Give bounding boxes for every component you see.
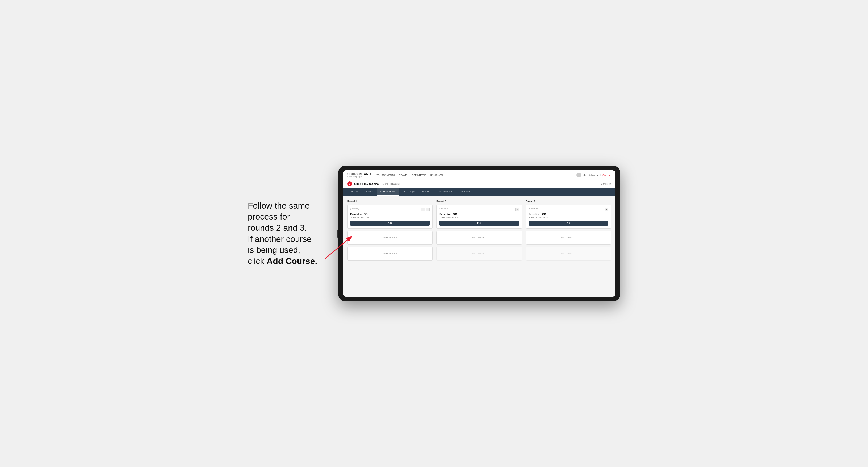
instruction-line4: If another course [248,234,312,244]
round-3-course-delete-icon[interactable]: ✕ [604,208,608,211]
round-3-add-course-2: Add Course + [526,247,611,260]
round-3-add-course-1[interactable]: Add Course + [526,231,611,245]
round-1-add-course-label-1: Add Course [383,236,395,239]
tab-teams[interactable]: Teams [362,188,377,195]
brand: SCOREBOARD Powered by clippd [347,173,371,178]
round-1-label: Round 1 [347,200,433,203]
tablet-screen: SCOREBOARD Powered by clippd TOURNAMENTS… [343,170,616,297]
round-2-course-a-label: (Course A) [439,208,448,210]
tab-course-setup[interactable]: Course Setup [376,188,399,195]
nav-teams[interactable]: TEAMS [399,173,407,178]
round-3-course-details: Yellow (M) (6629 yds) [529,216,608,218]
round-2-column: Round 2 (Course A) ✕ Peachtree GC Yellow… [436,200,522,262]
tab-leaderboards[interactable]: Leaderboards [434,188,456,195]
round-3-course-a-label: (Course A) [529,208,537,210]
nav-right: blair@clippd.io | Sign out [576,173,611,178]
instruction-line6-bold: Add Course. [267,256,317,266]
round-1-column: Round 1 (Course A) ⋮ ✕ Peachtree GC [347,200,433,262]
main-content: Round 1 (Course A) ⋮ ✕ Peachtree GC [343,195,616,297]
round-2-add-course-label-1: Add Course [472,236,484,239]
round-2-course-actions: ✕ [516,208,519,211]
nav-links: TOURNAMENTS TEAMS COMMITTEE RANKINGS [376,173,571,178]
brand-title: SCOREBOARD [347,173,371,176]
tab-tee-groups[interactable]: Tee Groups [399,188,418,195]
round-3-edit-button[interactable]: Edit [529,221,608,226]
instruction-text: Follow the same process for rounds 2 and… [248,200,322,267]
round-1-add-course-label-2: Add Course [383,252,395,255]
instruction-line1: Follow the same [248,201,310,211]
round-2-course-card: (Course A) ✕ Peachtree GC Yellow (M) (66… [436,205,522,228]
round-3-add-course-label-2: Add Course [561,252,573,255]
round-3-course-card-header: (Course A) ✕ [529,208,608,211]
sub-header: C Clippd Invitational (Men) Hosting Canc… [343,180,616,188]
tab-details[interactable]: Details [347,188,362,195]
round-2-label: Round 2 [436,200,522,203]
round-3-label: Round 3 [526,200,611,203]
round-1-add-course-2[interactable]: Add Course + [347,247,433,260]
round-3-column: Round 3 (Course A) ✕ Peachtree GC Yellow… [526,200,611,262]
round-1-course-card: (Course A) ⋮ ✕ Peachtree GC Yellow (M) (… [347,205,433,228]
clippd-logo: C [347,182,352,186]
nav-tournaments[interactable]: TOURNAMENTS [376,173,395,178]
course-delete-icon[interactable]: ✕ [426,208,430,211]
sign-out-link[interactable]: Sign out [602,174,611,177]
cancel-button[interactable]: Cancel ✕ [601,183,611,185]
page-wrapper: Follow the same process for rounds 2 and… [248,165,620,302]
round-3-add-course-label-1: Add Course [561,236,573,239]
tab-printables[interactable]: Printables [456,188,474,195]
round-2-add-course-1[interactable]: Add Course + [436,231,522,245]
cancel-icon: ✕ [609,183,611,185]
nav-rankings[interactable]: RANKINGS [430,173,443,178]
nav-avatar [576,173,581,178]
nav-divider: | [600,174,601,177]
top-nav: SCOREBOARD Powered by clippd TOURNAMENTS… [343,170,616,180]
round-3-add-plus-2: + [574,252,576,255]
round-3-add-plus-1: + [574,236,576,239]
round-2-course-card-header: (Course A) ✕ [439,208,519,211]
course-a-label: (Course A) [350,208,359,210]
round-2-edit-button[interactable]: Edit [439,221,519,226]
course-settings-icon[interactable]: ⋮ [421,208,425,211]
round-2-add-plus-1: + [485,236,487,239]
nav-email: blair@clippd.io [583,174,598,177]
course-name: Peachtree GC [350,213,430,216]
hosting-badge: Hosting [390,183,400,185]
round-1-add-plus-2: + [396,252,397,255]
rounds-grid: Round 1 (Course A) ⋮ ✕ Peachtree GC [347,200,611,262]
course-details: Yellow (M) (6629 yds) [350,216,430,218]
round-2-course-name: Peachtree GC [439,213,519,216]
round-2-add-plus-2: + [485,252,487,255]
course-card-header: (Course A) ⋮ ✕ [350,208,430,211]
round-3-course-name: Peachtree GC [529,213,608,216]
round-3-course-card: (Course A) ✕ Peachtree GC Yellow (M) (66… [526,205,611,228]
round-1-edit-button[interactable]: Edit [350,221,430,226]
cancel-label: Cancel [601,183,608,185]
men-tag: (Men) [381,183,388,185]
instruction-line5: is being used, [248,245,300,255]
course-actions: ⋮ ✕ [421,208,430,211]
round-1-add-plus-1: + [396,236,397,239]
tournament-name: Clippd Invitational [354,182,379,185]
tablet-frame: SCOREBOARD Powered by clippd TOURNAMENTS… [338,165,620,302]
nav-committee[interactable]: COMMITTEE [412,173,426,178]
round-2-course-details: Yellow (M) (6629 yds) [439,216,519,218]
sub-header-left: C Clippd Invitational (Men) Hosting [347,182,400,186]
round-2-course-delete-icon[interactable]: ✕ [516,208,519,211]
instruction-line6-plain: click [248,256,267,266]
instruction-line3: rounds 2 and 3. [248,223,307,232]
round-1-add-course-1[interactable]: Add Course + [347,231,433,245]
tablet-side-button [337,230,338,238]
round-3-course-actions: ✕ [604,208,608,211]
round-2-add-course-label-2: Add Course [472,252,484,255]
brand-sub: Powered by clippd [347,176,371,178]
round-2-add-course-2: Add Course + [436,247,522,260]
instruction-line2: process for [248,212,290,221]
tabs-bar: Details Teams Course Setup Tee Groups Re… [343,188,616,195]
tab-results[interactable]: Results [418,188,434,195]
